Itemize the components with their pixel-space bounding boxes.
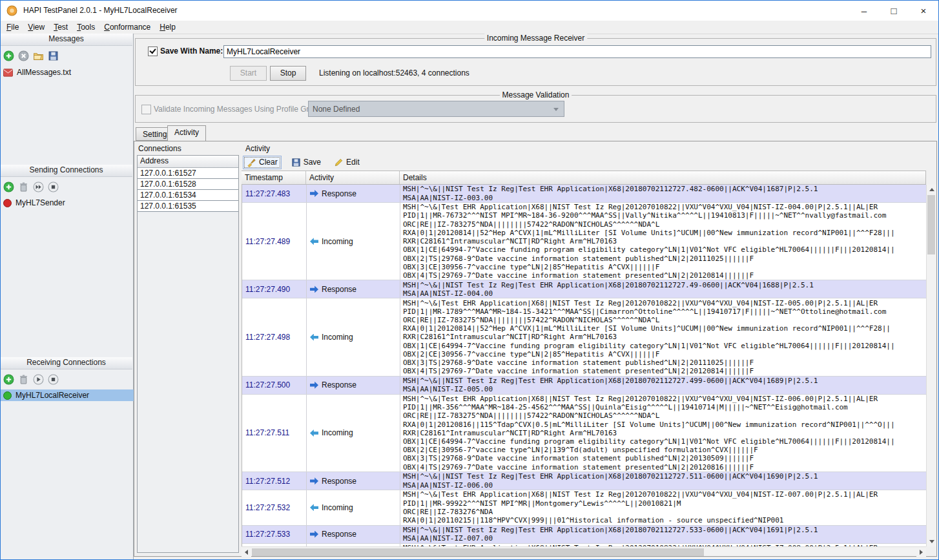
activity-table-header: Timestamp Activity Details: [242, 171, 926, 185]
connections-table: Address 127.0.0.1:61527127.0.0.1:6152812…: [137, 155, 239, 553]
profile-group-value: None Defined: [313, 105, 360, 114]
scroll-right-icon[interactable]: [916, 547, 926, 557]
receiver-item[interactable]: MyHL7LocalReceiver: [0, 389, 136, 401]
activity-row-details: MSH|^~\&||NIST Test Iz Reg|Test EHR Appl…: [400, 185, 926, 202]
menu-tools[interactable]: Tools: [72, 21, 99, 33]
connection-row[interactable]: 127.0.0.1:61527: [138, 168, 238, 179]
activity-row[interactable]: 11:27:27.500 Response MSH|^~\&||NIST Tes…: [242, 377, 926, 395]
open-folder-icon[interactable]: [33, 50, 44, 61]
activity-row-details: MSH|^~\&|Test EHR Application|X68||NIST …: [400, 203, 926, 280]
activity-row-details: MSH|^~\&|Test EHR Application|X68||NIST …: [400, 490, 926, 524]
remove-icon[interactable]: [18, 50, 29, 61]
horizontal-scroll-thumb[interactable]: [252, 548, 704, 556]
validate-checkbox[interactable]: [141, 105, 151, 114]
vertical-scroll-thumb[interactable]: [927, 195, 935, 254]
direction-label: Incoming: [322, 237, 353, 246]
direction-icon: [310, 504, 318, 511]
activity-row-type: Response: [307, 185, 400, 202]
add-icon[interactable]: [3, 50, 14, 61]
stop-icon[interactable]: [48, 374, 59, 385]
maximize-button[interactable]: □: [879, 1, 909, 21]
activity-row[interactable]: 11:27:27.483 Response MSH|^~\&||NIST Tes…: [242, 185, 926, 203]
activity-row-details: MSH|^~\&||NIST Test Iz Reg|Test EHR Appl…: [400, 472, 926, 490]
direction-label: Incoming: [322, 333, 353, 342]
delete-icon[interactable]: [18, 181, 29, 192]
close-button[interactable]: ×: [909, 1, 938, 21]
activity-row-details: MSH|^~\&||NIST Test Iz Reg|Test EHR Appl…: [400, 377, 926, 394]
activity-row-timestamp: 11:27:27.498: [242, 298, 307, 375]
save-icon[interactable]: [48, 50, 59, 61]
save-button-label: Save: [304, 158, 321, 167]
start-icon[interactable]: [33, 374, 44, 385]
messages-toolbar: [3, 48, 59, 63]
column-header-timestamp[interactable]: Timestamp: [242, 171, 306, 184]
scroll-left-icon[interactable]: [242, 547, 251, 557]
start-all-icon[interactable]: [33, 181, 44, 192]
save-with-name-checkbox[interactable]: [148, 47, 158, 56]
connections-column-header[interactable]: Address: [138, 156, 238, 168]
direction-icon: [310, 190, 318, 197]
save-activity-button[interactable]: Save: [288, 156, 324, 169]
scroll-up-icon[interactable]: [927, 185, 936, 194]
receiver-group-title: Incoming Message Receiver: [484, 34, 587, 43]
activity-row[interactable]: 11:27:27.498 Incoming MSH|^~\&|Test EHR …: [242, 298, 926, 376]
validation-group-title: Message Validation: [500, 90, 572, 99]
connection-row[interactable]: 127.0.0.1:61534: [138, 190, 238, 201]
menu-conformance[interactable]: Conformance: [99, 21, 155, 33]
activity-row-timestamp: 11:27:27.483: [242, 185, 307, 202]
scroll-down-icon[interactable]: [927, 537, 936, 546]
edit-button-label: Edit: [346, 158, 360, 167]
activity-row-type: Response: [307, 377, 400, 394]
activity-row-type: Incoming: [307, 298, 400, 375]
sending-connections-header: Sending Connections: [0, 165, 132, 177]
activity-row[interactable]: 11:27:27.490 Response MSH|^~\&||NIST Tes…: [242, 280, 926, 298]
stop-all-icon[interactable]: [48, 181, 59, 192]
save-name-input[interactable]: [223, 45, 931, 58]
activity-row[interactable]: 11:27:27.489 Incoming MSH|^~\&|Test EHR …: [242, 203, 926, 280]
chevron-down-icon: [553, 108, 559, 111]
clear-button[interactable]: Clear: [243, 156, 282, 169]
activity-row[interactable]: 11:27:27.532 Incoming MSH|^~\&|Test EHR …: [242, 490, 926, 525]
message-file-item[interactable]: AllMessages.txt: [0, 67, 136, 78]
hapi-logo-icon: [6, 5, 17, 16]
connection-row[interactable]: 127.0.0.1:61535: [138, 201, 238, 212]
edit-button[interactable]: Edit: [331, 156, 363, 169]
direction-icon: [310, 334, 318, 341]
title-bar: HAPI TestPanel 2.0.1 - MyHL7LocalReceive…: [0, 0, 939, 21]
sending-toolbar: [3, 180, 59, 194]
add-icon[interactable]: [3, 181, 14, 192]
menu-view[interactable]: View: [23, 21, 49, 33]
column-header-details[interactable]: Details: [400, 171, 925, 184]
stop-button[interactable]: Stop: [270, 66, 306, 81]
menu-help[interactable]: Help: [155, 21, 180, 33]
delete-icon[interactable]: [18, 374, 29, 385]
minimize-button[interactable]: –: [849, 1, 879, 21]
start-button[interactable]: Start: [230, 66, 267, 81]
sender-item[interactable]: MyHL7Sender: [0, 197, 136, 209]
tab-activity[interactable]: Activity: [167, 125, 206, 141]
activity-row-timestamp: 11:27:27.489: [242, 203, 307, 280]
activity-rows: 11:27:27.483 Response MSH|^~\&||NIST Tes…: [242, 185, 926, 546]
connection-row[interactable]: 127.0.0.1:61528: [138, 179, 238, 190]
profile-group-combo[interactable]: None Defined: [308, 101, 564, 117]
activity-row[interactable]: 11:27:27.512 Response MSH|^~\&||NIST Tes…: [242, 472, 926, 490]
running-status-icon: [3, 391, 12, 400]
activity-row-timestamp: 11:27:27.490: [242, 280, 307, 298]
vertical-scrollbar: [926, 185, 936, 546]
horizontal-scrollbar: [242, 546, 926, 556]
save-with-name-label: Save With Name:: [160, 47, 223, 56]
activity-row[interactable]: 11:27:27.511 Incoming MSH|^~\&|Test EHR …: [242, 395, 926, 472]
add-icon[interactable]: [3, 374, 14, 385]
scrollbar-corner: [926, 546, 936, 556]
column-header-activity[interactable]: Activity: [306, 171, 400, 184]
direction-label: Incoming: [322, 503, 353, 512]
activity-row[interactable]: 11:27:27.533 Response MSH|^~\&||NIST Tes…: [242, 526, 926, 544]
direction-label: Response: [322, 530, 356, 539]
menu-test[interactable]: Test: [49, 21, 72, 33]
menu-file[interactable]: File: [2, 21, 23, 33]
direction-icon: [310, 285, 318, 293]
save-icon: [291, 158, 301, 167]
sidebar: Messages AllMessages.txt Sending Connect…: [0, 34, 134, 559]
clear-button-label: Clear: [259, 158, 278, 167]
messages-header: Messages: [0, 34, 132, 46]
